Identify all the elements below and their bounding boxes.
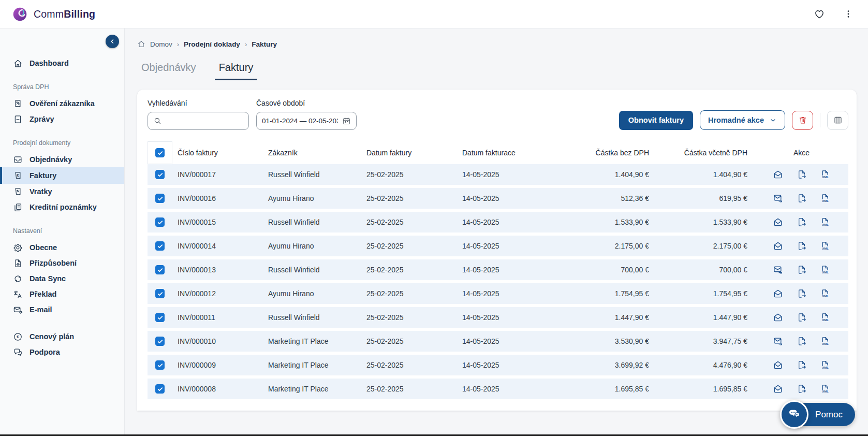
- export-xml-icon[interactable]: XML: [820, 217, 830, 227]
- bulk-actions-button[interactable]: Hromadné akce: [700, 110, 785, 130]
- export-file-icon[interactable]: [797, 360, 807, 370]
- billing-date-cell: 14-05-2025: [457, 236, 563, 259]
- export-xml-icon[interactable]: XML: [820, 241, 830, 251]
- amount-net-cell: 3.530,90 €: [563, 331, 656, 355]
- sidebar-item-email[interactable]: E-mail: [0, 302, 124, 317]
- sidebar-collapse-button[interactable]: [106, 35, 119, 48]
- breadcrumb-item-faktury: Faktury: [252, 40, 277, 48]
- row-checkbox[interactable]: [155, 217, 165, 227]
- send-email-icon[interactable]: [773, 336, 783, 346]
- brand-logo[interactable]: CommBilling: [11, 6, 95, 23]
- sync-arrows-icon: [13, 274, 23, 284]
- export-file-icon[interactable]: [797, 193, 807, 204]
- table-row[interactable]: INV/000017 Russell Winfield 25-02-2025 1…: [148, 164, 848, 188]
- invoice-date-cell: 25-02-2025: [361, 188, 457, 212]
- sidebar-item-vratky[interactable]: Vratky: [0, 184, 124, 199]
- table-row[interactable]: INV/000015 Russell Winfield 25-02-2025 1…: [148, 212, 848, 236]
- export-file-icon[interactable]: [797, 312, 807, 323]
- sidebar-item-data-sync[interactable]: Data Sync: [0, 271, 124, 286]
- email-opened-icon[interactable]: [773, 241, 783, 251]
- column-header-amount-net[interactable]: Částka bez DPH: [563, 141, 656, 164]
- kebab-menu-icon[interactable]: [842, 8, 855, 20]
- export-xml-icon[interactable]: XML: [820, 384, 830, 394]
- email-opened-icon[interactable]: [773, 217, 783, 227]
- invoice-date-cell: 25-02-2025: [361, 164, 457, 188]
- row-checkbox[interactable]: [155, 384, 165, 394]
- tab-faktury[interactable]: Faktury: [215, 62, 258, 80]
- email-opened-icon[interactable]: [773, 288, 783, 299]
- sidebar-item-cenovy-plan[interactable]: € Cenový plán: [0, 329, 124, 344]
- table-row[interactable]: INV/000010 Marketing IT Place 25-02-2025…: [148, 331, 848, 355]
- row-checkbox[interactable]: [155, 241, 165, 251]
- table-row[interactable]: INV/000008 Marketing IT Place 25-02-2025…: [148, 379, 848, 402]
- table-row[interactable]: INV/000012 Ayumu Hirano 25-02-2025 14-05…: [148, 283, 848, 307]
- row-checkbox[interactable]: [155, 265, 165, 274]
- sidebar-item-label: Faktury: [30, 171, 56, 180]
- invoice-date-cell: 25-02-2025: [361, 283, 457, 307]
- sidebar-item-prizpusobeni[interactable]: Přizpůsobení: [0, 255, 124, 271]
- sidebar-item-dashboard[interactable]: Dashboard: [0, 55, 124, 71]
- date-range-input[interactable]: 01-01-2024 — 02-05-202: [256, 112, 357, 130]
- select-all-checkbox[interactable]: [155, 148, 165, 157]
- email-opened-icon[interactable]: [773, 360, 783, 370]
- billing-date-cell: 14-05-2025: [457, 355, 563, 379]
- period-field-group: Časové období 01-01-2024 — 02-05-202: [256, 99, 357, 130]
- send-email-icon[interactable]: [773, 265, 783, 275]
- send-email-icon[interactable]: [773, 193, 783, 204]
- sidebar-item-kreditni-poznamky[interactable]: Kreditní poznámky: [0, 199, 124, 215]
- sidebar-item-faktury[interactable]: € Faktury: [0, 167, 124, 184]
- email-opened-icon[interactable]: [773, 169, 783, 180]
- email-opened-icon[interactable]: [773, 312, 783, 323]
- export-file-icon[interactable]: [797, 241, 807, 251]
- export-xml-icon[interactable]: XML: [820, 288, 830, 299]
- sidebar-item-podpora[interactable]: Podpora: [0, 344, 124, 360]
- breadcrumb-item-domov[interactable]: Domov: [150, 40, 172, 48]
- email-opened-icon[interactable]: [773, 384, 783, 394]
- table-row[interactable]: INV/000009 Marketing IT Place 25-02-2025…: [148, 355, 848, 379]
- column-header-invoice-number[interactable]: Číslo faktury: [172, 141, 263, 164]
- row-checkbox[interactable]: [155, 170, 165, 179]
- sidebar-item-obecne[interactable]: Obecne: [0, 240, 124, 255]
- export-xml-icon[interactable]: XML: [820, 169, 830, 180]
- export-file-icon[interactable]: [797, 384, 807, 394]
- refresh-invoices-button[interactable]: Obnovit faktury: [619, 111, 693, 130]
- row-checkbox[interactable]: [155, 194, 165, 203]
- columns-settings-button[interactable]: [827, 111, 848, 130]
- column-header-billing-date[interactable]: Datum fakturace: [457, 141, 563, 164]
- sidebar-item-objednavky[interactable]: Objednávky: [0, 152, 124, 167]
- delete-button[interactable]: [792, 111, 813, 130]
- sidebar-item-overeni-zakaznika[interactable]: Ověření zákazníka: [0, 96, 124, 111]
- breadcrumb-separator: ›: [245, 40, 247, 48]
- billing-date-cell: 14-05-2025: [457, 379, 563, 402]
- tab-objednavky[interactable]: Objednávky: [137, 62, 200, 80]
- breadcrumb-item-prodejni-doklady[interactable]: Prodejní doklady: [184, 40, 240, 48]
- column-header-amount-gross[interactable]: Částka včetně DPH: [656, 141, 755, 164]
- row-checkbox[interactable]: [155, 337, 165, 346]
- help-button[interactable]: Pomoc: [780, 400, 855, 429]
- export-file-icon[interactable]: [797, 265, 807, 275]
- export-xml-icon[interactable]: XML: [820, 336, 830, 346]
- table-row[interactable]: INV/000011 Russell Winfield 25-02-2025 1…: [148, 307, 848, 331]
- export-file-icon[interactable]: [797, 217, 807, 227]
- export-file-icon[interactable]: [797, 336, 807, 346]
- table-row[interactable]: INV/000014 Ayumu Hirano 25-02-2025 14-05…: [148, 236, 848, 259]
- export-xml-icon[interactable]: XML: [820, 312, 830, 323]
- row-checkbox[interactable]: [155, 313, 165, 322]
- column-header-invoice-date[interactable]: Datum faktury: [361, 141, 457, 164]
- export-file-icon[interactable]: [797, 288, 807, 299]
- sidebar-item-preklad[interactable]: Překlad: [0, 286, 124, 302]
- row-checkbox[interactable]: [155, 289, 165, 298]
- export-file-icon[interactable]: [797, 169, 807, 180]
- table-row[interactable]: INV/000013 Russell Winfield 25-02-2025 1…: [148, 259, 848, 283]
- favorites-heart-icon[interactable]: [813, 8, 826, 20]
- row-checkbox[interactable]: [155, 360, 165, 370]
- column-header-customer[interactable]: Zákazník: [263, 141, 361, 164]
- search-input[interactable]: [166, 117, 243, 125]
- export-xml-icon[interactable]: XML: [820, 193, 830, 204]
- table-row[interactable]: INV/000016 Ayumu Hirano 25-02-2025 14-05…: [148, 188, 848, 212]
- sidebar-item-zpravy[interactable]: Zprávy: [0, 111, 124, 127]
- export-xml-icon[interactable]: XML: [820, 265, 830, 275]
- brand-name: CommBilling: [34, 8, 95, 20]
- breadcrumb-home-icon[interactable]: [137, 40, 145, 48]
- export-xml-icon[interactable]: XML: [820, 360, 830, 370]
